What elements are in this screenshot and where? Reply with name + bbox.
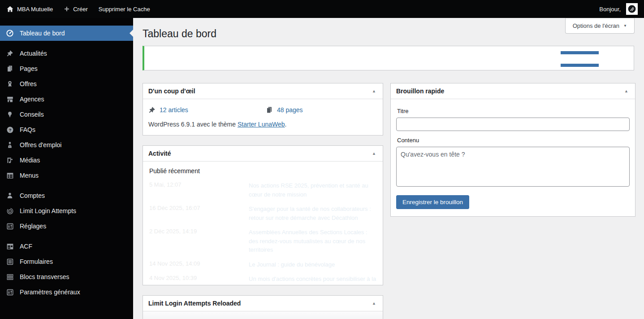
sidebar-item-blocs-transverses[interactable]: Blocs transverses <box>0 269 133 284</box>
activity-entry: 2 Déc 2025, 14:19Assemblées Annuelles de… <box>149 228 376 254</box>
articles-count: 12 articles <box>160 106 188 114</box>
dashboard-columns: D'un coup d'œil ▲ 12 articles 48 pages <box>143 83 635 319</box>
sidebar-item-label: Menus <box>20 172 39 179</box>
activity-entry-date: 14 Nov 2025, 14:09 <box>149 260 244 269</box>
sidebar-item-label: Blocs transverses <box>20 273 69 280</box>
widget-title: D'un coup d'œil <box>148 87 195 95</box>
sidebar-item-tableau-de-bord[interactable]: Tableau de bord <box>0 26 133 41</box>
admin-bar-site-link[interactable]: MBA Mutuelle <box>6 5 53 13</box>
articles-link[interactable]: 12 articles <box>148 106 266 114</box>
admin-bar-right: Bonjour, <box>599 3 638 15</box>
sidebar-item-limit-login-attempts[interactable]: Limit Login Attempts <box>0 203 133 218</box>
sidebar-item-acf[interactable]: ACF <box>0 239 133 254</box>
collapse-icon[interactable]: ▲ <box>371 300 377 306</box>
sidebar-item-offres[interactable]: Offres <box>0 76 133 92</box>
activity-entry-link[interactable]: Assemblées Annuelles des Sections Locale… <box>249 228 376 254</box>
collapse-icon[interactable]: ▲ <box>371 150 377 157</box>
businessperson-icon <box>5 141 15 149</box>
theme-link[interactable]: Starter LunaWeb <box>238 121 285 128</box>
widget-header: Brouillon rapide ▲ <box>391 83 635 99</box>
sidebar: Tableau de bordActualitésPagesOffresAgen… <box>0 18 133 319</box>
dashboard-icon <box>5 29 15 37</box>
pushpin-icon <box>148 106 156 114</box>
sidebar-item-label: ACF <box>20 243 32 250</box>
save-draft-button[interactable]: Enregistrer le brouillon <box>396 195 469 209</box>
activity-entry-link[interactable]: Nos actions RSE 2025, prévention et sant… <box>249 181 376 199</box>
widget-title: Limit Login Attempts Reloaded <box>148 300 241 307</box>
notice-link-bar[interactable] <box>561 64 599 67</box>
activity-entry-link[interactable]: Le Journal : guide du bénévolage <box>249 260 335 269</box>
screen-options-label: Options de l'écran <box>573 22 619 29</box>
sidebar-item-label: Limit Login Attempts <box>20 207 76 214</box>
widget-title: Activité <box>148 150 171 157</box>
media-icon <box>5 157 15 164</box>
collapse-icon[interactable]: ▲ <box>623 88 630 94</box>
activity-entry-date: 5 Mai, 12:07 <box>149 181 244 199</box>
pages-count: 48 pages <box>277 106 303 114</box>
widget-quick-draft: Brouillon rapide ▲ Titre Contenu Enregis… <box>390 83 635 217</box>
activity-entry-date: 2 Déc 2025, 14:19 <box>149 228 244 254</box>
draft-title-input[interactable] <box>396 118 630 131</box>
user-icon <box>5 192 15 199</box>
notice-banner <box>143 46 634 70</box>
widget-header: D'un coup d'œil ▲ <box>143 83 383 99</box>
sidebar-item-label: Médias <box>20 157 40 164</box>
admin-bar-left: MBA Mutuelle Créer Supprimer le Cache <box>6 5 150 13</box>
sidebar-item-label: Réglages <box>20 223 46 230</box>
sidebar-item-comptes[interactable]: Comptes <box>0 188 133 203</box>
sidebar-item-label: FAQs <box>20 126 35 133</box>
activity-entry: 4 Nov 2025, 10:39Un mois d'actions concr… <box>149 275 376 285</box>
glance-body: 12 articles 48 pages WordPress 6.9.1 ave… <box>143 99 383 135</box>
menus-icon <box>5 172 15 179</box>
sidebar-item-label: Pages <box>20 65 38 72</box>
sidebar-item-label: Agences <box>20 96 44 103</box>
clear-cache-label: Supprimer le Cache <box>99 6 150 13</box>
notice-link-bar[interactable] <box>561 51 599 54</box>
sidebar-item-r-glages[interactable]: Réglages <box>0 218 133 234</box>
greeting-text: Bonjour, <box>599 6 621 13</box>
sidebar-item-label: Paramètres généraux <box>20 288 80 296</box>
widget-header: Limit Login Attempts Reloaded ▲ <box>143 296 383 311</box>
forms-icon <box>5 258 15 266</box>
admin-bar-new-button[interactable]: Créer <box>64 6 88 13</box>
draft-content-textarea[interactable] <box>396 147 630 187</box>
sidebar-item-label: Tableau de bord <box>20 30 65 37</box>
chevron-down-icon: ▼ <box>623 24 627 28</box>
sliders-icon <box>5 223 15 230</box>
sidebar-item-param-tres-g-n-raux[interactable]: Paramètres généraux <box>0 284 133 300</box>
wordpress-version-text: WordPress 6.9.1 avec le thème Starter Lu… <box>148 121 377 128</box>
pages-icon <box>5 65 15 72</box>
pushpin-icon <box>5 50 15 57</box>
sidebar-item-actualit-s[interactable]: Actualités <box>0 46 133 61</box>
activity-entry-link[interactable]: Un mois d'actions concrètes pour sensibi… <box>249 275 376 285</box>
widget-header: Activité ▲ <box>143 146 383 162</box>
sidebar-item-formulaires[interactable]: Formulaires <box>0 254 133 269</box>
screen-options-button[interactable]: Options de l'écran ▼ <box>565 18 635 34</box>
lla-body <box>143 311 383 319</box>
sidebar-item-label: Conseils <box>20 111 44 118</box>
sidebar-item-pages[interactable]: Pages <box>0 61 133 76</box>
draft-title-label: Titre <box>397 108 630 114</box>
sidebar-item-label: Offres <box>20 80 37 87</box>
activity-list: 5 Mai, 12:07Nos actions RSE 2025, préven… <box>143 179 383 285</box>
collapse-icon[interactable]: ▲ <box>371 88 377 94</box>
sidebar-item-m-dias[interactable]: Médias <box>0 153 133 168</box>
main-content: Options de l'écran ▼ Tableau de bord D'u… <box>133 18 644 319</box>
help-icon: ? <box>5 126 15 134</box>
sidebar-item-label: Actualités <box>20 50 47 57</box>
sidebar-item-conseils[interactable]: Conseils <box>0 107 133 122</box>
activity-entry: 14 Nov 2025, 14:09Le Journal : guide du … <box>149 260 376 269</box>
home-icon <box>6 5 14 13</box>
activity-entry-link[interactable]: S'engager pour la santé de nos collabora… <box>249 205 376 222</box>
pages-link[interactable]: 48 pages <box>266 106 303 114</box>
site-name: MBA Mutuelle <box>17 6 53 13</box>
sidebar-item-agences[interactable]: Agences <box>0 92 133 107</box>
sidebar-item-menus[interactable]: Menus <box>0 168 133 183</box>
widget-at-a-glance: D'un coup d'œil ▲ 12 articles 48 pages <box>143 83 383 135</box>
sidebar-item-offres-d-emploi[interactable]: Offres d'emploi <box>0 137 133 153</box>
version-text: WordPress 6.9.1 avec le thème <box>148 121 238 128</box>
user-avatar[interactable] <box>626 3 638 15</box>
admin-bar-clear-cache-button[interactable]: Supprimer le Cache <box>99 6 150 13</box>
lightbulb-icon <box>5 111 15 118</box>
sidebar-item-faqs[interactable]: ?FAQs <box>0 122 133 137</box>
